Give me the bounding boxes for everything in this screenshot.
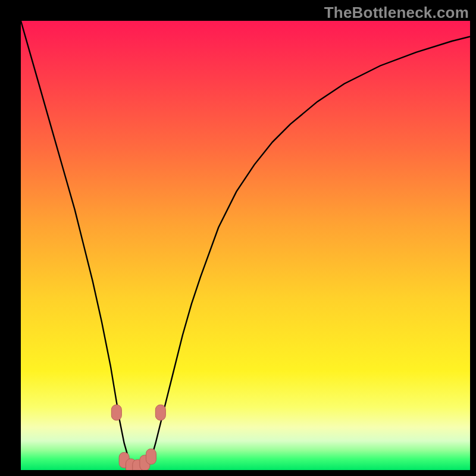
plot-area [21, 21, 470, 470]
outer-frame: TheBottleneck.com [0, 0, 476, 476]
data-marker [146, 449, 156, 464]
bottleneck-chart [21, 21, 470, 470]
data-marker [155, 405, 165, 420]
watermark-text: TheBottleneck.com [324, 4, 469, 22]
data-marker [111, 405, 121, 420]
gradient-background [21, 21, 470, 470]
